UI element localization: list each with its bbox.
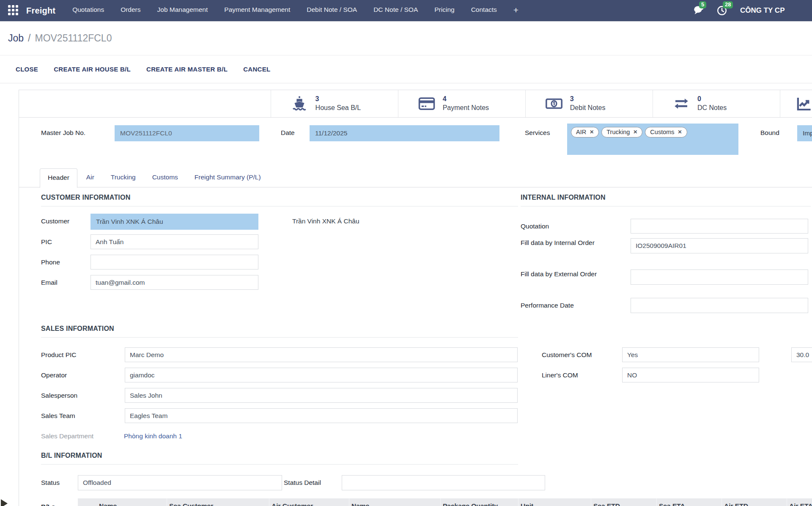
tab-freight-summary[interactable]: Freight Summary (P/L) (187, 168, 269, 187)
tab-header[interactable]: Header (40, 168, 77, 188)
bl-col-air-eta[interactable]: Air ETA (789, 502, 812, 506)
nav-item-job-management[interactable]: Job Management (157, 6, 208, 15)
remove-tag-icon[interactable]: ✕ (590, 129, 594, 135)
sales-department-link[interactable]: Phòng kinh doanh 1 (124, 432, 182, 440)
status-detail-field[interactable] (342, 475, 545, 490)
bl-col-unit[interactable]: Unit (521, 502, 533, 506)
product-pic-label: Product PIC (41, 351, 77, 359)
remove-tag-icon[interactable]: ✕ (678, 129, 682, 135)
services-tags-field[interactable]: AIR ✕ Trucking ✕ Customs ✕ (567, 124, 738, 155)
activities-button[interactable]: 28 (716, 5, 727, 16)
service-tag-customs[interactable]: Customs ✕ (645, 127, 687, 138)
bl-col-package-quantity[interactable]: Package Quantity (443, 502, 498, 506)
nav-item-pricing[interactable]: Pricing (434, 6, 454, 15)
service-tag-air[interactable]: AIR ✕ (571, 127, 599, 138)
phone-field[interactable] (91, 255, 258, 270)
external-order-field[interactable] (631, 270, 808, 285)
services-label: Services (525, 129, 550, 137)
bl-col-sea-eta[interactable]: Sea ETA (659, 502, 685, 506)
quotation-field[interactable] (631, 219, 808, 234)
operator-label: Operator (41, 371, 67, 380)
nav-menu: Quotations Orders Job Management Payment… (72, 6, 518, 15)
nav-item-debit-note-soa[interactable]: Debit Note / SOA (307, 6, 357, 15)
internal-order-field[interactable]: IO2509009AIR01 (631, 238, 808, 253)
bl-col-air-customer[interactable]: Air Customer (272, 502, 313, 506)
company-name[interactable]: CÔNG TY CP (740, 6, 785, 15)
salesperson-label: Salesperson (41, 391, 77, 400)
freight-summary-stat-button[interactable] (780, 90, 812, 117)
nav-item-dc-note-soa[interactable]: DC Note / SOA (373, 6, 418, 15)
salesperson-field[interactable]: Sales John (125, 388, 518, 403)
apps-grid-icon[interactable] (8, 5, 19, 16)
date-field[interactable]: 11/12/2025 (310, 125, 499, 141)
customer-field[interactable]: Trần Vinh XNK Á Châu (91, 214, 258, 230)
payment-notes-stat-button[interactable]: 4 Payment Notes (398, 90, 526, 117)
app-title: Freight (26, 6, 55, 16)
ship-icon (291, 95, 308, 113)
nav-item-orders[interactable]: Orders (121, 6, 140, 15)
sales-team-field[interactable]: Eagles Team (125, 408, 518, 423)
bl-col-name-2[interactable]: Name (351, 502, 369, 506)
operator-field[interactable]: giamdoc (125, 368, 518, 382)
expand-chevron-icon[interactable] (1, 499, 8, 506)
money-bill-icon (545, 95, 563, 113)
email-label: Email (41, 278, 58, 287)
bl-col-name[interactable]: Name (99, 502, 117, 506)
messages-button[interactable]: 5 (693, 5, 704, 16)
performance-date-field[interactable] (631, 298, 808, 313)
nav-right-cluster: 5 28 CÔNG TY CP (693, 0, 785, 21)
create-air-master-bl-button[interactable]: CREATE AIR MASTER B/L (146, 66, 228, 73)
liners-com-label: Liner's COM (542, 371, 578, 380)
service-tag-trucking[interactable]: Trucking ✕ (601, 127, 642, 138)
bl-col-sea-etd[interactable]: Sea ETD (593, 502, 620, 506)
nav-plus-icon[interactable]: + (513, 5, 518, 15)
internal-order-label: Fill data by Internal Order (521, 236, 605, 250)
master-job-no-field[interactable]: MOV251112FCL0 (115, 125, 259, 141)
customers-com-rate-field[interactable]: 30.0 (791, 347, 812, 362)
service-tag-customs-label: Customs (650, 129, 674, 135)
bl-col-sea-customer[interactable]: Sea Customer (169, 502, 213, 506)
customers-com-field[interactable]: Yes (622, 347, 759, 362)
close-button[interactable]: CLOSE (16, 66, 38, 73)
pic-label: PIC (41, 238, 52, 246)
stat-empty-cell (19, 90, 271, 117)
tab-trucking[interactable]: Trucking (103, 168, 143, 187)
debit-notes-stat-button[interactable]: 3 Debit Notes (526, 90, 653, 117)
dc-notes-stat-button[interactable]: 0 DC Notes (653, 90, 780, 117)
breadcrumb-parent-link[interactable]: Job (8, 33, 24, 44)
create-air-house-bl-button[interactable]: CREATE AIR HOUSE B/L (54, 66, 131, 73)
dc-notes-label: DC Notes (697, 104, 727, 113)
bls-row-label: B/Ls (41, 503, 55, 506)
nav-item-payment-management[interactable]: Payment Management (224, 6, 290, 15)
internal-information-heading: INTERNAL INFORMATION (521, 194, 811, 206)
breadcrumb-current: MOV251112FCL0 (35, 33, 112, 44)
liners-com-field[interactable]: NO (622, 368, 759, 382)
status-detail-label: Status Detail (284, 478, 321, 487)
customer-label: Customer (41, 217, 69, 226)
remove-tag-icon[interactable]: ✕ (633, 129, 637, 135)
phone-label: Phone (41, 258, 60, 267)
product-pic-field[interactable]: Marc Demo (125, 347, 518, 362)
stat-button-row: 3 House Sea B/L 4 Payment Notes (19, 90, 812, 118)
exchange-icon (672, 95, 690, 113)
service-tag-trucking-label: Trucking (606, 129, 630, 135)
email-field[interactable]: tuan@gmail.com (91, 275, 258, 290)
bl-col-air-etd[interactable]: Air ETD (724, 502, 748, 506)
nav-item-contacts[interactable]: Contacts (471, 6, 497, 15)
tab-customs[interactable]: Customs (145, 168, 186, 187)
status-field[interactable]: Offloaded (78, 475, 282, 490)
house-sea-bl-stat-button[interactable]: 3 House Sea B/L (271, 90, 398, 117)
payment-notes-label: Payment Notes (443, 104, 489, 113)
form-sheet: 3 House Sea B/L 4 Payment Notes (19, 90, 812, 506)
breadcrumb: Job / MOV251112FCL0 (0, 21, 812, 55)
external-order-label: Fill data by External Order (521, 267, 605, 281)
pic-field[interactable]: Anh Tuấn (91, 234, 258, 249)
quotation-label: Quotation (521, 222, 549, 231)
bound-field[interactable]: Imp (797, 125, 812, 141)
payment-notes-count: 4 (443, 95, 489, 104)
line-chart-icon (795, 95, 812, 113)
notebook-tabs: Header Air Trucking Customs Freight Summ… (40, 168, 269, 187)
cancel-button[interactable]: CANCEL (243, 66, 270, 73)
nav-item-quotations[interactable]: Quotations (72, 6, 104, 15)
tab-air[interactable]: Air (79, 168, 102, 187)
